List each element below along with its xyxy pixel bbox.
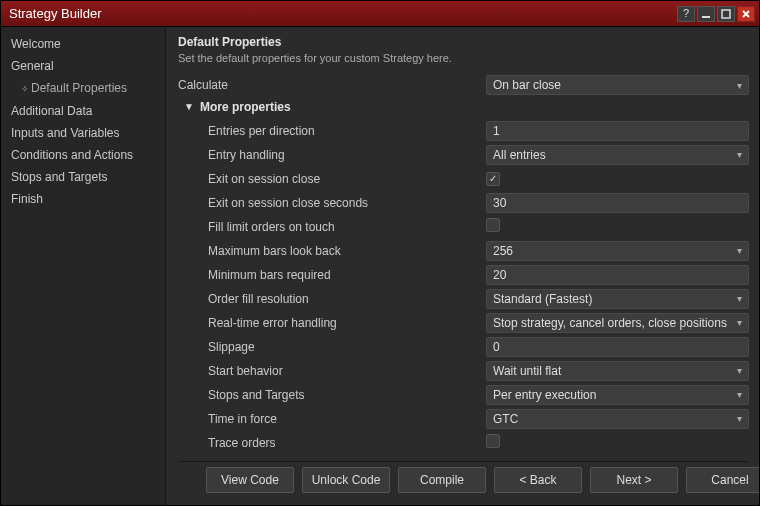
minimum-bars-required-input[interactable]: 20 [486, 265, 749, 285]
trace-orders-checkbox[interactable] [486, 434, 500, 448]
strategy-builder-window: Strategy Builder ? Welcome General ✧Defa… [0, 0, 760, 506]
chevron-down-icon: ▾ [737, 389, 742, 400]
sidebar-item-label: Default Properties [31, 81, 127, 95]
minimize-button[interactable] [697, 6, 715, 22]
chevron-down-icon: ▾ [737, 365, 742, 376]
sidebar-item-finish[interactable]: Finish [1, 188, 165, 210]
svg-rect-1 [722, 10, 730, 18]
sidebar-item-additional-data[interactable]: Additional Data [1, 100, 165, 122]
start-behavior-label: Start behavior [178, 364, 478, 378]
stops-and-targets-label: Stops and Targets [178, 388, 478, 402]
entries-per-direction-label: Entries per direction [178, 124, 478, 138]
window-buttons: ? [677, 6, 755, 22]
sidebar-item-general[interactable]: General [1, 55, 165, 77]
time-in-force-label: Time in force [178, 412, 478, 426]
back-button[interactable]: < Back [494, 467, 582, 493]
chevron-down-icon: ▾ [737, 149, 742, 160]
more-properties-toggle[interactable]: ▼ More properties [178, 97, 749, 119]
page-subtitle: Set the default properties for your cust… [178, 52, 749, 64]
exit-on-session-close-seconds-input[interactable]: 30 [486, 193, 749, 213]
close-button[interactable] [737, 6, 755, 22]
close-icon [741, 9, 751, 19]
cancel-button[interactable]: Cancel [686, 467, 759, 493]
stops-and-targets-select[interactable]: Per entry execution▾ [486, 385, 749, 405]
exit-on-session-close-seconds-label: Exit on session close seconds [178, 196, 478, 210]
sidebar-item-default-properties[interactable]: ✧Default Properties [1, 77, 165, 100]
minimize-icon [701, 9, 711, 19]
window-title: Strategy Builder [9, 6, 102, 21]
sidebar-item-conditions-and-actions[interactable]: Conditions and Actions [1, 144, 165, 166]
start-behavior-select[interactable]: Wait until flat▾ [486, 361, 749, 381]
footer: View Code Unlock Code Compile < Back Nex… [178, 461, 749, 499]
collapse-arrow-icon: ▼ [184, 101, 194, 112]
calculate-label: Calculate [178, 78, 478, 92]
row-calculate: Calculate On bar close ▾ [178, 74, 749, 97]
maximum-bars-look-back-label: Maximum bars look back [178, 244, 478, 258]
next-button[interactable]: Next > [590, 467, 678, 493]
chevron-down-icon: ▾ [737, 293, 742, 304]
body: Welcome General ✧Default Properties Addi… [1, 27, 759, 505]
fill-limit-orders-on-touch-checkbox[interactable] [486, 218, 500, 232]
main-panel: Default Properties Set the default prope… [166, 27, 759, 505]
sidebar: Welcome General ✧Default Properties Addi… [1, 27, 166, 505]
diamond-icon: ✧ [21, 81, 31, 97]
svg-rect-0 [702, 16, 710, 18]
trace-orders-label: Trace orders [178, 436, 478, 450]
chevron-down-icon: ▾ [737, 413, 742, 424]
calculate-select[interactable]: On bar close ▾ [486, 75, 749, 95]
sidebar-item-stops-and-targets[interactable]: Stops and Targets [1, 166, 165, 188]
entry-handling-select[interactable]: All entries▾ [486, 145, 749, 165]
chevron-down-icon: ▾ [737, 245, 742, 256]
entries-per-direction-input[interactable]: 1 [486, 121, 749, 141]
exit-on-session-close-label: Exit on session close [178, 172, 478, 186]
realtime-error-handling-select[interactable]: Stop strategy, cancel orders, close posi… [486, 313, 749, 333]
maximize-icon [721, 9, 731, 19]
sidebar-item-welcome[interactable]: Welcome [1, 33, 165, 55]
sidebar-item-inputs-and-variables[interactable]: Inputs and Variables [1, 122, 165, 144]
view-code-button[interactable]: View Code [206, 467, 294, 493]
maximize-button[interactable] [717, 6, 735, 22]
compile-button[interactable]: Compile [398, 467, 486, 493]
realtime-error-handling-label: Real-time error handling [178, 316, 478, 330]
order-fill-resolution-select[interactable]: Standard (Fastest)▾ [486, 289, 749, 309]
chevron-down-icon: ▾ [737, 80, 742, 91]
titlebar: Strategy Builder ? [1, 1, 759, 27]
exit-on-session-close-checkbox[interactable]: ✓ [486, 172, 500, 186]
form-area: Entries per direction1 Entry handlingAll… [178, 119, 749, 455]
slippage-label: Slippage [178, 340, 478, 354]
help-button[interactable]: ? [677, 6, 695, 22]
chevron-down-icon: ▾ [737, 317, 742, 328]
more-properties-label: More properties [200, 100, 291, 114]
calculate-value: On bar close [493, 78, 561, 92]
entry-handling-label: Entry handling [178, 148, 478, 162]
order-fill-resolution-label: Order fill resolution [178, 292, 478, 306]
slippage-input[interactable]: 0 [486, 337, 749, 357]
maximum-bars-look-back-select[interactable]: 256▾ [486, 241, 749, 261]
time-in-force-select[interactable]: GTC▾ [486, 409, 749, 429]
fill-limit-orders-on-touch-label: Fill limit orders on touch [178, 220, 478, 234]
minimum-bars-required-label: Minimum bars required [178, 268, 478, 282]
unlock-code-button[interactable]: Unlock Code [302, 467, 390, 493]
page-title: Default Properties [178, 35, 749, 49]
